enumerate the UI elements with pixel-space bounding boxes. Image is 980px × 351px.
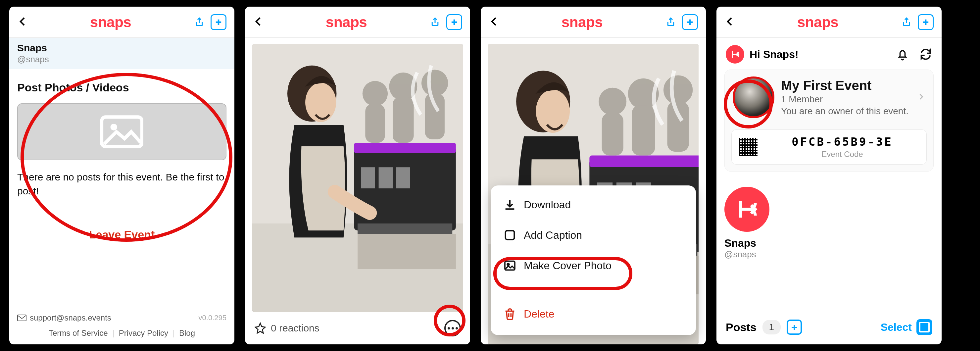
menu-make-cover[interactable]: Make Cover Photo [491,250,696,281]
event-owner-note: You are an owner of this event. [781,106,910,116]
support-email-text: support@snaps.events [30,313,111,322]
event-code-box[interactable]: 0FCB-65B9-3E Event Code [731,129,927,164]
mail-icon [17,314,27,321]
more-options-button[interactable] [444,320,461,337]
share-button[interactable] [428,14,442,30]
add-button[interactable] [210,14,226,30]
download-icon [503,198,517,211]
snaps-logo-icon [726,45,744,64]
svg-rect-6 [354,143,455,153]
blog-link[interactable]: Blog [179,329,195,338]
terms-link[interactable]: Terms of Service [49,329,114,338]
photo-area: 0 reactions [245,38,470,345]
event-row[interactable]: My First Event 1 Member You are an owner… [725,70,933,125]
menu-add-caption[interactable]: Add Caption [491,220,696,250]
svg-point-13 [305,83,336,122]
star-icon[interactable] [254,322,266,334]
app-logo: snaps [797,14,838,30]
image-icon [503,259,517,272]
svg-rect-32 [632,105,655,155]
bottom-bar: Posts 1 + Select [716,312,942,345]
select-icon [916,319,932,335]
version-label: v0.0.295 [199,314,226,322]
post-heading: Post Photos / Videos [17,81,226,94]
reactions-bar: 0 reactions [252,312,463,345]
footer-links: Terms of Service Privacy Policy Blog [9,327,234,345]
posts-count-pill: 1 [762,320,781,335]
app-logo: snaps [562,14,603,30]
svg-point-39 [507,263,509,266]
empty-posts-message: There are no posts for this event. Be th… [17,170,226,198]
app-logo: snaps [90,14,131,30]
top-bar: snaps [9,6,234,38]
event-title: My First Event [781,78,910,93]
menu-delete[interactable]: Delete [491,299,696,329]
svg-rect-2 [18,315,26,321]
top-bar: snaps [245,6,470,38]
screen-1-event-page: snaps Snaps @snaps Post Photos / Videos … [9,6,234,345]
add-button[interactable] [682,14,698,30]
svg-rect-17 [425,94,445,139]
svg-point-35 [598,88,627,116]
menu-download[interactable]: Download [491,190,696,220]
image-placeholder-icon [100,115,143,148]
reactions-count: 0 reactions [271,322,320,334]
account-header: Snaps @snaps [9,38,234,69]
event-cover-thumbnail [733,77,775,118]
menu-caption-label: Add Caption [524,229,582,241]
menu-spacer [491,281,696,299]
svg-point-33 [663,75,693,104]
snaps-user-card[interactable]: Snaps @snaps [724,187,934,260]
screen-4-event-home: snaps Hi Snaps! My F [716,6,942,345]
account-name: Snaps [17,42,226,54]
event-code: 0FCB-65B9-3E [765,135,919,148]
posts-label: Posts [726,321,757,334]
svg-rect-34 [667,102,689,152]
snaps-name: Snaps [724,237,934,249]
menu-delete-label: Delete [524,308,555,320]
back-button[interactable] [724,16,736,29]
share-button[interactable] [664,14,678,30]
back-button[interactable] [17,16,29,29]
trash-icon [503,307,517,321]
back-button[interactable] [253,16,264,29]
leave-event-button[interactable]: Leave Event [9,214,234,255]
svg-rect-15 [393,97,414,143]
svg-rect-9 [396,167,410,188]
svg-point-1 [110,124,117,131]
select-button[interactable]: Select [881,319,932,335]
upload-zone[interactable] [17,103,226,160]
event-code-label: Event Code [765,150,919,159]
caption-icon [503,228,517,242]
post-photo[interactable] [252,44,463,312]
barista-illustration [252,44,463,312]
svg-rect-19 [365,104,385,143]
back-button[interactable] [489,16,500,29]
svg-point-16 [422,70,448,97]
svg-rect-37 [506,231,514,240]
svg-rect-8 [379,167,393,188]
share-button[interactable] [192,14,206,30]
app-logo: snaps [326,14,367,30]
greeting-bar: Hi Snaps! [716,38,942,67]
svg-rect-10 [358,223,452,234]
account-handle: @snaps [17,54,226,65]
svg-rect-23 [589,156,698,167]
top-bar: snaps [716,6,942,38]
privacy-link[interactable]: Privacy Policy [119,329,174,338]
snaps-avatar-icon [724,187,770,232]
svg-rect-36 [602,113,624,156]
add-button[interactable] [446,14,462,30]
snaps-handle: @snaps [724,249,934,260]
support-email-link[interactable]: support@snaps.events [17,313,111,322]
screen-3-photo-menu: snaps [481,6,706,345]
chevron-right-icon [917,93,925,102]
share-button[interactable] [900,14,913,30]
add-post-button[interactable]: + [787,319,802,335]
refresh-icon[interactable] [919,48,932,61]
footer: support@snaps.events v0.0.295 [9,307,234,327]
add-button[interactable] [918,14,934,30]
menu-download-label: Download [524,199,571,211]
event-member-count: 1 Member [781,94,910,105]
bell-icon[interactable] [896,48,909,61]
